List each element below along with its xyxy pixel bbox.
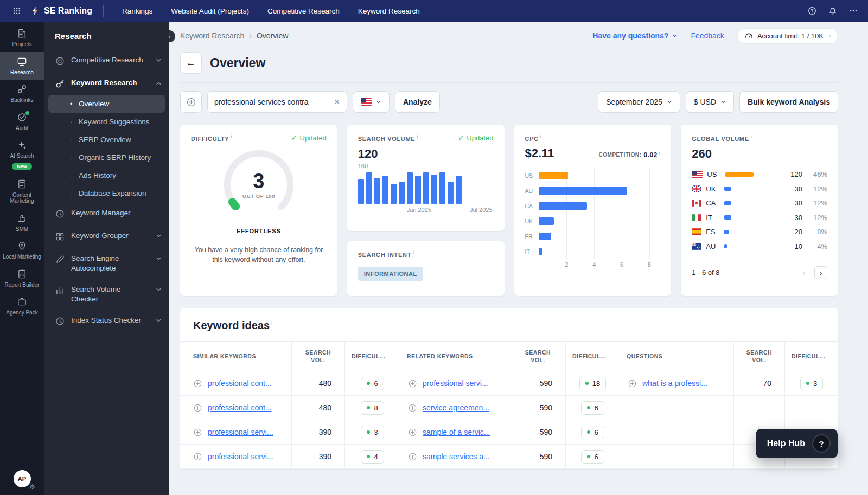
back-button[interactable]: ← xyxy=(180,52,202,74)
col-difficulty[interactable]: DIFFICUL... xyxy=(345,341,400,371)
breadcrumb-separator: › xyxy=(249,31,252,40)
info-icon[interactable]: i xyxy=(751,134,752,139)
settings-gear-icon[interactable]: ⚙ xyxy=(29,483,35,491)
rail-item-projects[interactable]: Projects xyxy=(0,24,44,52)
notifications-bell-icon[interactable] xyxy=(828,6,838,16)
keyword-cell xyxy=(620,420,734,445)
pager-prev-button[interactable]: ‹ xyxy=(797,266,810,279)
country-dropdown[interactable] xyxy=(353,91,390,113)
keyword-link[interactable]: professional cont... xyxy=(208,379,272,388)
topnav-item-rankings[interactable]: Rankings xyxy=(114,7,160,15)
add-keyword-icon[interactable] xyxy=(408,452,417,461)
add-keyword-button[interactable] xyxy=(180,91,202,113)
apps-grid-icon[interactable] xyxy=(10,4,24,18)
rail-item-audit[interactable]: Audit xyxy=(0,108,44,136)
add-keyword-icon[interactable] xyxy=(408,379,417,388)
user-avatar[interactable]: AP xyxy=(14,470,31,487)
rail-item-report-builder[interactable]: Report Builder xyxy=(0,265,44,293)
topnav-item-website-audit-projects[interactable]: Website Audit (Projects) xyxy=(163,7,257,15)
sidebar-item-keyword-grouper[interactable]: Keyword Grouper xyxy=(44,225,169,248)
difficulty-score: 3 xyxy=(253,171,264,191)
cpc-bar xyxy=(539,233,552,240)
search-volume-x-labels: Jan 2025 Jul 2025 xyxy=(358,207,494,215)
col-questions[interactable]: QUESTIONS xyxy=(620,341,734,371)
col-similar-keywords[interactable]: SIMILAR KEYWORDS xyxy=(180,341,292,371)
col-difficulty[interactable]: DIFFICUL... xyxy=(785,341,838,371)
difficulty-cell xyxy=(785,396,838,420)
analyze-button[interactable]: Analyze xyxy=(395,91,440,113)
keyword-link[interactable]: sample of a servic... xyxy=(423,428,490,436)
keyword-link[interactable]: professional servi... xyxy=(423,379,488,388)
bulk-keyword-analysis-button[interactable]: Bulk keyword Analysis xyxy=(739,91,838,113)
col-difficulty[interactable]: DIFFICUL... xyxy=(566,341,620,371)
col-related-keywords[interactable]: RELATED KEYWORDS xyxy=(400,341,510,371)
info-icon[interactable]: i xyxy=(231,134,232,139)
keyword-link[interactable]: what is a professi... xyxy=(642,379,707,388)
more-options-icon[interactable] xyxy=(848,6,858,16)
sidebar-item-ads-history[interactable]: ·Ads History xyxy=(44,166,169,184)
info-icon[interactable]: i xyxy=(417,134,418,139)
rail-item-local-marketing[interactable]: Local Marketing xyxy=(0,236,44,265)
rail-item-backlinks[interactable]: Backlinks xyxy=(0,80,44,108)
sidebar-item-keyword-suggestions[interactable]: ·Keyword Suggestions xyxy=(44,113,169,131)
sidebar-item-search-volume-checker[interactable]: Search Volume Checker xyxy=(44,279,169,310)
keyword-link[interactable]: service agreemen... xyxy=(423,403,489,412)
col-search-vol[interactable]: SEARCH VOL. xyxy=(734,341,785,371)
col-search-vol[interactable]: SEARCH VOL. xyxy=(510,341,566,371)
se-ranking-logo[interactable]: SE Ranking xyxy=(30,6,92,16)
info-icon[interactable]: i xyxy=(413,250,414,255)
keyword-link[interactable]: sample services a... xyxy=(423,452,490,461)
topnav-item-competitive-research[interactable]: Competitive Research xyxy=(260,7,347,15)
currency-dropdown[interactable]: $ USD xyxy=(686,91,734,113)
rail-item-agency-pack[interactable]: Agency Pack xyxy=(0,292,44,320)
rail-item-ai-search[interactable]: AI SearchNew xyxy=(0,136,44,175)
topnav-item-keyword-research[interactable]: Keyword Research xyxy=(350,7,427,15)
add-keyword-icon[interactable] xyxy=(193,452,202,461)
help-icon[interactable] xyxy=(807,6,817,16)
col-search-vol[interactable]: SEARCH VOL. xyxy=(292,341,345,371)
green-dot-icon xyxy=(585,382,589,385)
keyword-link[interactable]: professional servi... xyxy=(208,452,273,461)
keyword-manager-icon xyxy=(55,209,65,219)
help-hub-button[interactable]: Help Hub ? xyxy=(756,429,838,458)
have-questions-dropdown[interactable]: Have any questions? xyxy=(592,31,678,40)
add-keyword-icon[interactable] xyxy=(408,428,417,437)
keyword-link[interactable]: professional servi... xyxy=(208,428,273,436)
clear-search-icon[interactable]: ✕ xyxy=(334,98,340,106)
period-dropdown[interactable]: September 2025 xyxy=(598,91,680,113)
info-icon[interactable]: i xyxy=(829,33,831,38)
add-keyword-icon[interactable] xyxy=(628,379,637,388)
sidebar-item-organic-serp-history[interactable]: ·Organic SERP History xyxy=(44,149,169,166)
sidebar-item-keyword-research[interactable]: Keyword Research xyxy=(44,72,169,95)
volume-cell: 480 xyxy=(292,371,345,396)
sidebar-item-overview[interactable]: •Overview xyxy=(48,95,165,113)
add-keyword-icon[interactable] xyxy=(193,379,202,388)
account-limit-badge[interactable]: Account limit: 1 / 10K i xyxy=(737,28,838,44)
rail-item-smm[interactable]: SMM xyxy=(0,209,44,237)
green-dot-icon xyxy=(367,455,370,458)
rail-item-research[interactable]: Research xyxy=(0,52,44,80)
rail-item-content-marketing[interactable]: Content Marketing xyxy=(0,175,44,209)
keyword-search-input[interactable] xyxy=(214,98,322,106)
breadcrumb-keyword-research[interactable]: Keyword Research xyxy=(180,31,244,40)
sidebar-item-index-status-checker[interactable]: Index Status Checker xyxy=(44,310,169,332)
header-divider xyxy=(180,82,838,83)
info-icon[interactable]: i xyxy=(540,134,542,139)
keyword-link[interactable]: professional cont... xyxy=(208,403,272,412)
add-keyword-icon[interactable] xyxy=(193,403,202,413)
info-icon[interactable]: i xyxy=(271,320,272,326)
pager-next-button[interactable]: › xyxy=(814,266,827,279)
sidebar-item-keyword-manager[interactable]: Keyword Manager xyxy=(44,202,169,225)
feedback-link[interactable]: Feedback xyxy=(691,31,724,40)
cpc-row-label: IT xyxy=(525,244,539,259)
cpc-bar xyxy=(539,172,569,179)
sidebar-item-search-engine-autocomplete[interactable]: Search Engine Autocomplete xyxy=(44,248,169,279)
add-keyword-icon[interactable] xyxy=(193,428,202,437)
sidebar-item-competitive-research[interactable]: Competitive Research xyxy=(44,49,169,72)
country-volume-bar xyxy=(724,201,731,205)
sidebar-item-serp-overview[interactable]: ·SERP Overview xyxy=(44,131,169,149)
sidebar-item-database-expansion[interactable]: ·Database Expansion xyxy=(44,184,169,202)
info-icon[interactable]: i xyxy=(659,150,661,156)
add-keyword-icon[interactable] xyxy=(408,403,417,413)
sidebar-collapse-button[interactable]: ‹ xyxy=(169,29,176,43)
